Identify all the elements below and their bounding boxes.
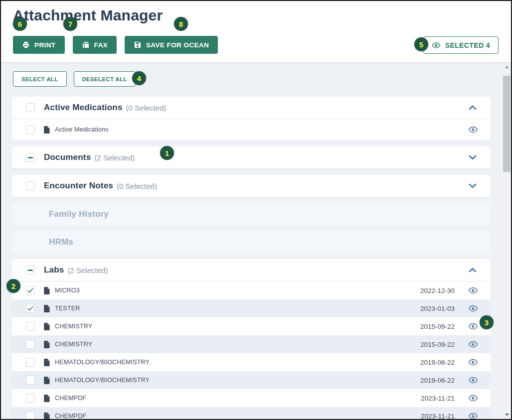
row-checkbox[interactable]	[26, 304, 35, 313]
header-actions: PRINT FAX SAVE FOR OCEAN	[13, 36, 218, 54]
section-header[interactable]: Family History	[12, 203, 491, 225]
attachment-date: 2015-09-22	[416, 341, 455, 348]
row-checkbox[interactable]	[26, 394, 35, 403]
attachment-row[interactable]: HEMATOLOGY/BIOCHEMISTRY 2019-06-22	[12, 371, 491, 389]
section-header[interactable]: HRMs	[12, 231, 491, 253]
section-checkbox[interactable]	[26, 103, 35, 112]
fax-button[interactable]: FAX	[73, 36, 117, 54]
scrollbar-thumb[interactable]	[503, 76, 511, 172]
row-checkbox[interactable]	[26, 412, 35, 419]
preview-eye-icon[interactable]	[468, 285, 479, 295]
section-count: (2 Selected)	[67, 266, 108, 275]
annotation-badge-3: 3	[480, 315, 494, 329]
print-button-label: PRINT	[34, 41, 56, 49]
select-all-button[interactable]: SELECT ALL	[13, 71, 67, 87]
chevron-icon[interactable]	[467, 180, 479, 192]
page-title: Attachment Manager	[13, 7, 163, 24]
section-card: Documents (2 Selected)	[12, 146, 491, 168]
attachment-row[interactable]: TESTER 2023-01-03	[12, 299, 491, 317]
fax-button-label: FAX	[94, 41, 108, 49]
scroll-down-button[interactable]	[503, 411, 511, 419]
selected-count-button[interactable]: SELECTED 4	[423, 36, 499, 54]
section-header[interactable]: Active Medications (0 Selected)	[12, 97, 491, 119]
save-icon	[134, 41, 142, 49]
document-icon	[44, 359, 50, 366]
row-checkbox[interactable]	[26, 358, 35, 367]
annotation-badge-8: 8	[174, 17, 188, 31]
preview-eye-icon[interactable]	[468, 393, 479, 403]
attachment-row[interactable]: CHEMPDF 2023-11-21	[12, 389, 491, 407]
indeterminate-dash-icon	[28, 270, 33, 271]
annotation-badge-6: 6	[13, 17, 27, 31]
section-card: Labs (2 Selected) MICRO3 2022-12-30 TE	[12, 259, 491, 419]
annotation-badge-4: 4	[132, 71, 146, 85]
section-checkbox[interactable]	[26, 266, 35, 275]
scroll-up-button[interactable]	[503, 63, 511, 71]
annotation-badge-5: 5	[414, 37, 428, 51]
attachment-label: MICRO3	[55, 287, 80, 294]
document-icon	[44, 377, 50, 384]
attachment-label: CHEMISTRY	[55, 341, 92, 348]
section-count: (2 Selected)	[94, 153, 135, 162]
annotation-badge-2: 2	[6, 279, 20, 293]
section-header[interactable]: Documents (2 Selected)	[12, 146, 491, 168]
row-checkbox[interactable]	[26, 125, 35, 134]
attachment-label: Active Medications	[55, 126, 109, 133]
document-icon	[44, 395, 50, 402]
fax-icon	[82, 41, 90, 49]
preview-eye-icon[interactable]	[468, 321, 479, 331]
print-button[interactable]: PRINT	[13, 36, 65, 54]
section-title: Active Medications	[44, 103, 123, 113]
preview-eye-icon[interactable]	[468, 125, 479, 135]
attachment-label: TESTER	[55, 305, 80, 312]
chevron-icon[interactable]	[467, 102, 479, 114]
preview-eye-icon[interactable]	[468, 357, 479, 367]
document-icon	[44, 305, 50, 312]
attachment-row[interactable]: CHEMISTRY 2015-09-22	[12, 317, 491, 335]
sections-list: Active Medications (0 Selected) Active M…	[12, 97, 491, 419]
section-card: Encounter Notes (0 Selected)	[12, 175, 491, 197]
attachment-row[interactable]: CHEMPDF 2023-11-21	[12, 407, 491, 419]
document-icon	[44, 323, 50, 330]
attachment-label: HEMATOLOGY/BIOCHEMISTRY	[55, 359, 150, 366]
section-checkbox[interactable]	[26, 153, 35, 162]
preview-eye-icon[interactable]	[468, 375, 479, 385]
row-checkbox[interactable]	[26, 286, 35, 295]
attachment-row[interactable]: Active Medications	[12, 119, 491, 140]
vertical-scrollbar[interactable]	[503, 63, 511, 419]
row-checkbox[interactable]	[26, 340, 35, 349]
printer-icon	[22, 41, 30, 49]
section-items: Active Medications	[12, 119, 491, 140]
attachments-panel: SELECT ALL DESELECT ALL Active Medicatio…	[1, 63, 511, 419]
preview-eye-icon[interactable]	[468, 303, 479, 313]
row-checkbox[interactable]	[26, 322, 35, 331]
document-icon	[44, 126, 50, 134]
attachment-row[interactable]: CHEMISTRY 2015-09-22	[12, 335, 491, 353]
section-items: MICRO3 2022-12-30 TESTER 2023-01-03 CHEM…	[12, 281, 491, 419]
section-title: Encounter Notes	[44, 181, 113, 191]
section-card: Family History	[12, 203, 491, 225]
save-for-ocean-button[interactable]: SAVE FOR OCEAN	[125, 36, 218, 54]
deselect-all-button[interactable]: DESELECT ALL	[74, 71, 136, 87]
attachment-manager-window: Attachment Manager PRINT FAX SAVE FOR OC…	[0, 0, 512, 420]
attachment-row[interactable]: HEMATOLOGY/BIOCHEMISTRY 2019-06-22	[12, 353, 491, 371]
preview-eye-icon[interactable]	[468, 411, 479, 419]
indeterminate-dash-icon	[28, 157, 33, 158]
attachment-label: CHEMPDF	[55, 413, 86, 419]
section-card: Active Medications (0 Selected) Active M…	[12, 97, 491, 140]
chevron-icon[interactable]	[467, 264, 479, 276]
eye-icon	[432, 41, 441, 50]
section-title: Family History	[49, 209, 109, 219]
attachment-row[interactable]: MICRO3 2022-12-30	[12, 281, 491, 299]
attachment-date: 2023-11-21	[416, 395, 455, 402]
section-header[interactable]: Labs (2 Selected)	[12, 259, 491, 281]
document-icon	[44, 341, 50, 348]
attachment-date: 2019-06-22	[416, 377, 455, 384]
save-for-ocean-button-label: SAVE FOR OCEAN	[146, 41, 209, 49]
annotation-badge-7: 7	[63, 17, 77, 31]
row-checkbox[interactable]	[26, 376, 35, 385]
section-checkbox[interactable]	[26, 181, 35, 190]
section-header[interactable]: Encounter Notes (0 Selected)	[12, 175, 491, 197]
chevron-icon[interactable]	[467, 151, 479, 163]
preview-eye-icon[interactable]	[468, 339, 479, 349]
